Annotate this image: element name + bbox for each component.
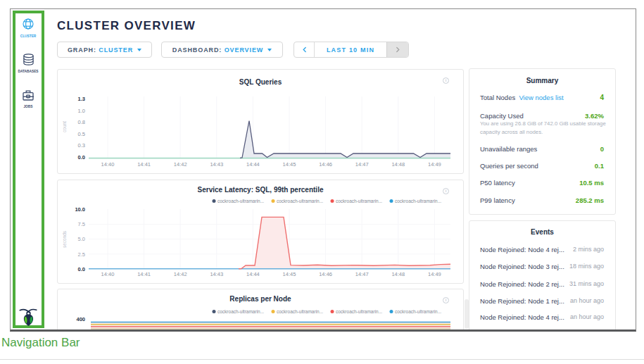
svg-text:cockroach-ultramarin...: cockroach-ultramarin... bbox=[336, 309, 382, 314]
svg-text:cockroach-ultramarin...: cockroach-ultramarin... bbox=[395, 309, 441, 314]
svg-text:14:40: 14:40 bbox=[101, 271, 115, 277]
svg-text:Service Latency: SQL, 99th per: Service Latency: SQL, 99th percentile bbox=[198, 186, 324, 194]
svg-text:14:48: 14:48 bbox=[391, 161, 405, 168]
svg-text:0.3: 0.3 bbox=[78, 142, 85, 149]
svg-text:14:44: 14:44 bbox=[246, 161, 260, 168]
svg-text:14:41: 14:41 bbox=[137, 271, 151, 277]
svg-text:400: 400 bbox=[76, 316, 85, 322]
svg-text:cockroach-ultramarin...: cockroach-ultramarin... bbox=[277, 309, 323, 314]
svg-text:14:45: 14:45 bbox=[283, 271, 296, 277]
svg-text:14:45: 14:45 bbox=[283, 161, 296, 168]
svg-text:0.0: 0.0 bbox=[78, 154, 85, 161]
svg-text:0.0: 0.0 bbox=[78, 266, 85, 272]
svg-text:14:41: 14:41 bbox=[137, 161, 151, 168]
svg-text:14:48: 14:48 bbox=[391, 271, 405, 277]
svg-text:SQL Queries: SQL Queries bbox=[239, 78, 282, 86]
svg-text:cockroach-ultramarin...: cockroach-ultramarin... bbox=[277, 199, 323, 203]
svg-text:10.0: 10.0 bbox=[75, 206, 85, 213]
svg-text:2.5: 2.5 bbox=[78, 251, 85, 258]
svg-text:cockroach-ultramarin...: cockroach-ultramarin... bbox=[217, 199, 264, 203]
svg-text:14:46: 14:46 bbox=[319, 161, 332, 168]
svg-text:14:43: 14:43 bbox=[210, 161, 223, 168]
svg-text:14:42: 14:42 bbox=[174, 271, 187, 277]
svg-text:0.8: 0.8 bbox=[78, 119, 85, 125]
svg-text:14:43: 14:43 bbox=[210, 271, 223, 277]
svg-text:count: count bbox=[62, 121, 67, 132]
svg-text:0.5: 0.5 bbox=[78, 131, 85, 137]
svg-text:14:47: 14:47 bbox=[355, 161, 369, 168]
svg-text:cockroach-ultramarin...: cockroach-ultramarin... bbox=[336, 199, 382, 203]
svg-text:1.3: 1.3 bbox=[78, 96, 85, 102]
svg-text:14:44: 14:44 bbox=[246, 271, 260, 277]
svg-text:seconds: seconds bbox=[62, 230, 67, 248]
svg-text:cockroach-ultramarin...: cockroach-ultramarin... bbox=[395, 199, 441, 203]
svg-text:cockroach-ultramarin...: cockroach-ultramarin... bbox=[217, 309, 264, 314]
svg-text:14:42: 14:42 bbox=[174, 161, 187, 168]
svg-text:5.0: 5.0 bbox=[78, 236, 85, 242]
svg-text:14:49: 14:49 bbox=[428, 271, 441, 277]
svg-text:14:46: 14:46 bbox=[319, 271, 332, 277]
svg-text:14:49: 14:49 bbox=[428, 161, 441, 168]
svg-text:14:47: 14:47 bbox=[355, 271, 369, 277]
svg-text:7.5: 7.5 bbox=[78, 221, 85, 227]
svg-text:Replicas per Node: Replicas per Node bbox=[229, 295, 291, 303]
svg-text:1.0: 1.0 bbox=[78, 108, 85, 114]
svg-text:14:40: 14:40 bbox=[101, 161, 115, 168]
